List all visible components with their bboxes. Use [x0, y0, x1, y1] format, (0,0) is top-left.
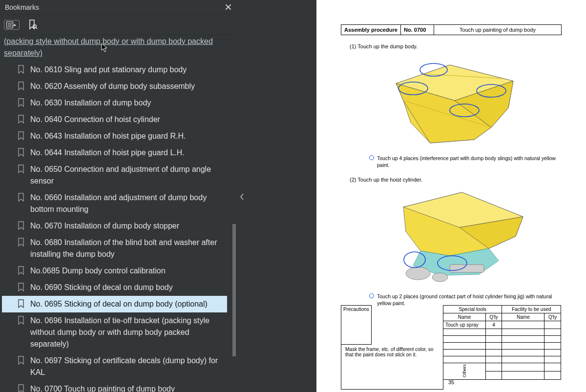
options-icon[interactable] — [4, 20, 20, 30]
step1-note-row: Touch up 4 places (interference part wit… — [369, 155, 560, 168]
bookmark-item[interactable]: No. 0630 Installation of dump body — [2, 95, 227, 111]
others-label: Others — [462, 364, 467, 377]
tools-row: Touch up spray4 — [443, 321, 561, 329]
bookmark-item[interactable]: No.0685 Dump body control calibration — [2, 263, 227, 279]
tools-facility-table: Special tools Facility to be used Name Q… — [443, 305, 561, 380]
bookmark-icon — [17, 355, 25, 366]
document-page: Assembly procedure No. 0700 Touch up pai… — [316, 0, 586, 392]
bookmark-icon — [17, 237, 25, 248]
bookmark-item[interactable]: No. 0697 Sticking of certificate decals … — [2, 352, 227, 381]
svg-point-6 — [406, 267, 430, 280]
bookmark-item[interactable]: No. 0643 Installation of hoist pipe guar… — [2, 128, 227, 144]
bookmark-item[interactable]: No. 0640 Connection of hoist cylinder — [2, 111, 227, 128]
bookmark-item[interactable]: No. 0696 Installation of tie-off bracket… — [2, 312, 227, 352]
lower-tables: Precautions Mask the frame, etc. of diff… — [341, 305, 562, 390]
bookmark-icon — [17, 282, 25, 292]
bookmark-icon — [17, 298, 25, 309]
bookmark-label: No. 0660 Installation and adjustment of … — [30, 192, 224, 215]
precautions-label: Precautions — [341, 306, 372, 345]
collapse-handle-icon[interactable] — [239, 191, 245, 202]
bookmark-item[interactable]: No. 0670 Installation of dump body stopp… — [2, 218, 227, 234]
facility-name-h: Name — [502, 313, 544, 321]
facility-qty-h: Q'ty — [544, 313, 561, 321]
special-tools-title: Special tools — [443, 306, 502, 313]
close-icon[interactable] — [224, 3, 232, 11]
blue-circle-icon — [369, 155, 374, 160]
bookmark-icon — [17, 97, 25, 108]
bookmark-label: No. 0700 Touch up painting of dump body — [30, 383, 224, 392]
tools-row — [443, 336, 561, 343]
precautions-text: Mask the frame, etc. of different color,… — [343, 346, 441, 358]
bookmark-label: No. 0696 Installation of tie-off bracket… — [30, 315, 224, 350]
bookmark-icon — [17, 64, 25, 75]
bookmark-icon — [17, 164, 25, 174]
step2-title: (2) Touch up the hoist cylinder. — [350, 176, 560, 184]
doc-body: (1) Touch up the dump body. — [350, 41, 560, 309]
svg-point-1 — [33, 24, 36, 27]
bookmark-label: (packing style without dump body or with… — [4, 36, 224, 59]
bookmark-item[interactable]: No. 0620 Assembly of dump body subassemb… — [2, 78, 227, 95]
tools-row — [443, 343, 561, 350]
svg-rect-8 — [450, 265, 484, 272]
document-viewer[interactable]: Assembly procedure No. 0700 Touch up pai… — [316, 0, 586, 392]
bookmark-icon — [17, 130, 25, 141]
bookmark-item[interactable]: No. 0700 Touch up painting of dump body — [2, 381, 227, 392]
bookmark-label: No. 0690 Sticking of decal on dump body — [30, 282, 224, 293]
bookmarks-toolbar — [0, 15, 237, 35]
bookmark-icon — [17, 147, 25, 158]
bookmarks-title: Bookmarks — [5, 3, 224, 11]
bookmark-item[interactable]: No. 0650 Connection and adjustment of du… — [2, 161, 227, 189]
bookmarks-list: (packing style without dump body or with… — [0, 35, 231, 392]
bookmark-item[interactable]: No. 0610 Sling and put stationary dump b… — [2, 62, 227, 78]
bookmarks-panel: Bookmarks (packing style without dump bo… — [0, 0, 237, 392]
bookmark-icon — [17, 81, 25, 91]
bookmark-item[interactable]: No. 0680 Installation of the blind bolt … — [2, 234, 227, 263]
bookmark-label: No. 0630 Installation of dump body — [30, 97, 224, 109]
doc-header-col1: Assembly procedure — [341, 25, 401, 35]
mouse-cursor-icon — [101, 43, 109, 53]
bookmarks-header: Bookmarks — [0, 0, 237, 15]
bookmark-label: No. 0620 Assembly of dump body subassemb… — [30, 81, 224, 92]
figure-1 — [377, 54, 533, 152]
tools-row — [443, 350, 561, 356]
step1-note: Touch up 4 places (interference part wit… — [377, 155, 560, 168]
bookmark-item[interactable]: No. 0695 Sticking of decal on dump body … — [2, 296, 227, 312]
bookmark-label: No. 0697 Sticking of certificate decals … — [30, 355, 224, 378]
tools-name-h: Name — [443, 313, 486, 321]
bookmark-item[interactable]: (packing style without dump body or with… — [2, 35, 227, 62]
bookmark-label: No. 0640 Connection of hoist cylinder — [30, 114, 224, 125]
find-bookmark-icon[interactable] — [26, 19, 39, 31]
step1-title: (1) Touch up the dump body. — [350, 43, 560, 50]
doc-header-table: Assembly procedure No. 0700 Touch up pai… — [341, 24, 562, 35]
bookmark-item[interactable]: No. 0690 Sticking of decal on dump body — [2, 279, 227, 296]
bookmark-icon — [17, 265, 25, 276]
bookmark-label: No. 0643 Installation of hoist pipe guar… — [30, 130, 224, 142]
tools-row — [443, 356, 561, 363]
bookmark-item[interactable]: No. 0644 Installation of hoist pipe guar… — [2, 144, 227, 161]
panel-divider — [237, 0, 316, 392]
bookmarks-scroll-area: (packing style without dump body or with… — [0, 35, 237, 392]
bookmarks-scrollbar[interactable] — [232, 35, 236, 392]
bookmark-label: No. 0650 Connection and adjustment of du… — [30, 164, 224, 187]
bookmark-label: No. 0680 Installation of the blind bolt … — [30, 237, 224, 260]
bookmark-label: No. 0610 Sling and put stationary dump b… — [30, 64, 224, 76]
bookmark-label: No. 0695 Sticking of decal on dump body … — [30, 298, 224, 310]
doc-header-col3: Touch up painting of dump body — [434, 25, 562, 35]
tools-qty-h: Q'ty — [485, 313, 502, 321]
bookmark-label: No. 0644 Installation of hoist pipe guar… — [30, 147, 224, 159]
doc-header-col2: No. 0700 — [401, 25, 434, 35]
bookmark-icon — [17, 220, 25, 231]
bookmark-label: No.0685 Dump body control calibration — [30, 265, 224, 277]
facility-title: Facility to be used — [502, 306, 561, 313]
scrollbar-thumb[interactable] — [232, 224, 236, 356]
page-number: 35 — [316, 379, 586, 385]
precautions-table: Precautions Mask the frame, etc. of diff… — [341, 305, 443, 390]
bookmark-icon — [17, 383, 25, 392]
bookmark-item[interactable]: No. 0660 Installation and adjustment of … — [2, 189, 227, 218]
bookmark-icon — [17, 192, 25, 203]
bookmark-label: No. 0670 Installation of dump body stopp… — [30, 220, 224, 232]
blue-circle-icon — [369, 293, 374, 298]
tools-row — [443, 329, 561, 336]
bookmark-icon — [17, 315, 25, 326]
svg-point-7 — [432, 273, 448, 282]
